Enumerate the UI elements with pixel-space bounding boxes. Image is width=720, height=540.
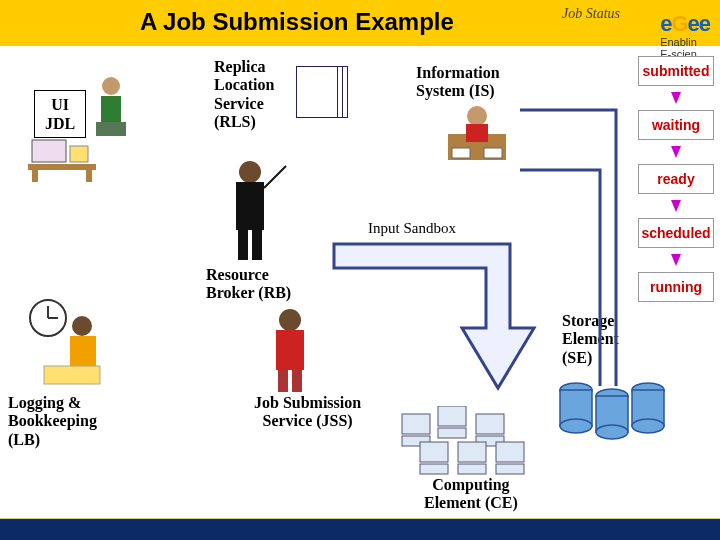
status-column: submitted waiting ready scheduled runnin…	[638, 56, 714, 302]
svg-rect-40	[438, 428, 466, 438]
status-running: running	[638, 272, 714, 302]
lb-label: Logging & Bookkeeping (LB)	[8, 394, 97, 449]
ui-box-line1: UI	[45, 95, 75, 114]
svg-rect-12	[484, 148, 502, 158]
svg-rect-45	[458, 442, 486, 462]
svg-rect-19	[276, 330, 304, 370]
svg-rect-26	[70, 336, 96, 366]
svg-point-36	[632, 419, 664, 433]
svg-rect-7	[70, 146, 88, 162]
big-flow-arrow-icon	[330, 238, 554, 406]
bookkeeping-icon	[24, 296, 110, 388]
svg-point-30	[560, 419, 592, 433]
status-submitted: submitted	[638, 56, 714, 86]
computing-element-icon	[398, 406, 548, 476]
svg-rect-14	[236, 182, 264, 230]
svg-rect-2	[96, 122, 126, 136]
se-label: Storage Element (SE)	[562, 312, 619, 367]
svg-rect-21	[292, 370, 302, 392]
svg-rect-20	[278, 370, 288, 392]
svg-rect-16	[238, 230, 248, 260]
svg-point-13	[239, 161, 261, 183]
rls-label: Replica Location Service (RLS)	[214, 58, 274, 132]
svg-rect-1	[101, 96, 121, 122]
svg-rect-4	[28, 164, 96, 170]
resource-broker-icon	[254, 304, 326, 394]
status-scheduled: scheduled	[638, 218, 714, 248]
svg-rect-11	[452, 148, 470, 158]
svg-rect-27	[44, 366, 100, 384]
arrow-down-icon	[671, 200, 681, 212]
svg-rect-37	[402, 414, 430, 434]
conductor-icon	[208, 152, 288, 264]
storage-cylinders-icon	[556, 374, 666, 446]
svg-rect-41	[476, 414, 504, 434]
arrow-down-icon	[671, 146, 681, 158]
jss-label: Job Submission Service (JSS)	[254, 394, 361, 431]
arrow-down-icon	[671, 92, 681, 104]
svg-rect-3	[32, 140, 66, 162]
svg-point-0	[102, 77, 120, 95]
svg-point-25	[72, 316, 92, 336]
person-at-desk-icon	[86, 72, 136, 142]
svg-rect-6	[86, 170, 92, 182]
information-system-icon	[442, 100, 512, 166]
computer-desk-icon	[28, 136, 96, 182]
status-ready: ready	[638, 164, 714, 194]
is-label: Information System (IS)	[416, 64, 500, 101]
svg-rect-17	[252, 230, 262, 260]
svg-rect-48	[496, 464, 524, 474]
svg-rect-44	[420, 464, 448, 474]
rb-label: Resource Broker (RB)	[206, 266, 291, 303]
svg-rect-47	[496, 442, 524, 462]
svg-point-9	[467, 106, 487, 126]
documents-icon	[296, 66, 346, 126]
ui-box-line2: JDL	[45, 114, 75, 133]
logo-tagline-1: Enablin	[660, 36, 710, 48]
footer-bar	[0, 518, 720, 540]
svg-rect-43	[420, 442, 448, 462]
job-status-header: Job Status	[562, 6, 620, 22]
input-sandbox-label: Input Sandbox	[368, 220, 456, 237]
svg-point-33	[596, 425, 628, 439]
svg-rect-46	[458, 464, 486, 474]
ui-jdl-box: UI JDL	[34, 90, 86, 138]
arrow-down-icon	[671, 254, 681, 266]
svg-point-18	[279, 309, 301, 331]
svg-line-15	[264, 166, 286, 188]
egee-logo: eGee Enablin E-scien	[660, 12, 710, 60]
svg-rect-10	[466, 124, 488, 142]
svg-rect-39	[438, 406, 466, 426]
svg-rect-5	[32, 170, 38, 182]
ce-label: Computing Element (CE)	[424, 476, 518, 513]
status-waiting: waiting	[638, 110, 714, 140]
